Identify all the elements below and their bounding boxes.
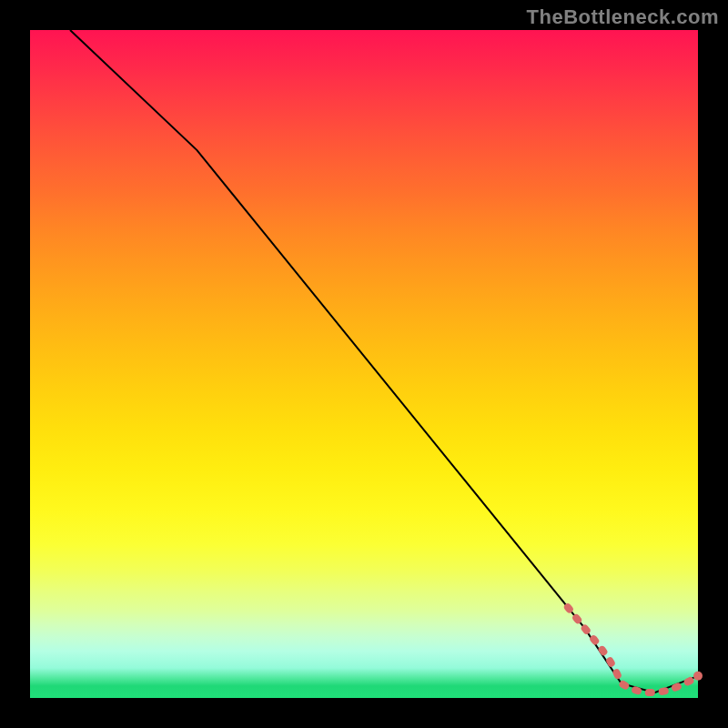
end-marker-dot	[693, 672, 703, 681]
curve-line	[70, 30, 698, 693]
watermark-text: TheBottleneck.com	[527, 5, 719, 29]
chart-overlay	[30, 30, 698, 698]
highlight-dashed-line	[568, 607, 698, 693]
